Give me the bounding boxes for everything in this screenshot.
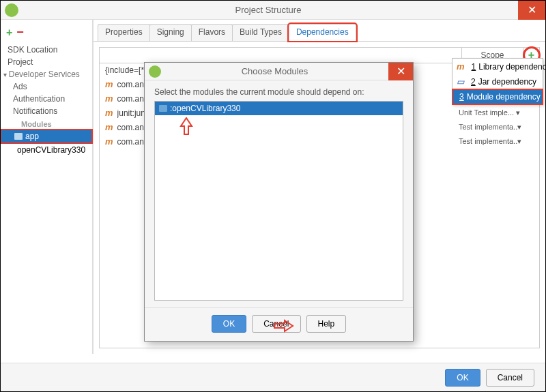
menu-jar-dependency[interactable]: ▭ 2 Jar dependency: [452, 74, 543, 89]
main-cancel-button[interactable]: Cancel: [486, 369, 534, 387]
tab-buildtypes[interactable]: Build Types: [232, 24, 289, 41]
dialog-prompt: Select the modules the current module sh…: [154, 87, 403, 97]
window-close-button[interactable]: ✕: [518, 1, 545, 20]
dialog-title: Choose Modules: [161, 66, 388, 76]
sidebar-modules-heading: Modules: [1, 117, 92, 130]
jar-icon: ▭: [457, 77, 464, 87]
sidebar-item-sdk[interactable]: SDK Location: [1, 44, 92, 56]
main-ok-button[interactable]: OK: [445, 369, 480, 387]
sidebar-add-icon[interactable]: +: [6, 27, 12, 39]
dialog-close-button[interactable]: ✕: [388, 63, 413, 80]
window-title: Project Structure: [18, 5, 518, 15]
sidebar-module-label: app: [25, 132, 39, 141]
maven-icon: m: [105, 93, 113, 104]
tab-properties[interactable]: Properties: [98, 24, 150, 41]
menu-library-dependency[interactable]: m 1 Library dependency: [452, 59, 543, 74]
menu-module-dependency[interactable]: 3 Module dependency: [452, 89, 543, 104]
sidebar-item-notif[interactable]: Notifications: [1, 105, 92, 117]
maven-icon: m: [105, 108, 113, 118]
dialog-titlebar: Choose Modules ✕: [145, 63, 413, 80]
tab-dependencies[interactable]: Dependencies: [289, 24, 356, 41]
ok-button[interactable]: OK: [212, 315, 246, 333]
maven-icon: m: [105, 79, 113, 89]
sidebar-section-devservices[interactable]: Developer Services: [1, 68, 92, 80]
sidebar-module-opencv[interactable]: openCVLibrary330: [1, 143, 92, 157]
sidebar: + − SDK Location Project Developer Servi…: [1, 20, 93, 354]
module-list-item[interactable]: :openCVLibrary330: [155, 102, 403, 115]
tab-signing[interactable]: Signing: [149, 24, 192, 41]
maven-icon: m: [457, 61, 465, 72]
sidebar-item-auth[interactable]: Authentication: [1, 93, 92, 105]
tab-flavors[interactable]: Flavors: [191, 24, 233, 41]
maven-icon: m: [105, 122, 113, 132]
help-button[interactable]: Help: [306, 315, 347, 333]
sidebar-item-project[interactable]: Project: [1, 56, 92, 68]
maven-icon: m: [105, 136, 113, 147]
sidebar-item-ads[interactable]: Ads: [1, 80, 92, 93]
annotation-arrow-right: [272, 319, 294, 333]
sidebar-module-app[interactable]: app: [1, 130, 92, 143]
sidebar-remove-icon[interactable]: −: [16, 25, 24, 40]
app-icon: [149, 65, 161, 78]
choose-modules-dialog: Choose Modules ✕ Select the modules the …: [144, 62, 414, 342]
folder-icon: [14, 133, 23, 140]
folder-icon: [159, 105, 167, 112]
main-dialog-buttons: OK Cancel: [1, 363, 545, 391]
sidebar-toolbar: + −: [1, 24, 92, 44]
tabbar: Properties Signing Flavors Build Types D…: [94, 20, 545, 42]
add-dependency-menu: m 1 Library dependency ▭ 2 Jar dependenc…: [452, 58, 543, 105]
annotation-arrow-up: [179, 117, 193, 136]
app-icon: [5, 3, 18, 17]
sidebar-module-label: openCVLibrary330: [17, 145, 85, 155]
window-titlebar: Project Structure ✕: [1, 1, 545, 20]
